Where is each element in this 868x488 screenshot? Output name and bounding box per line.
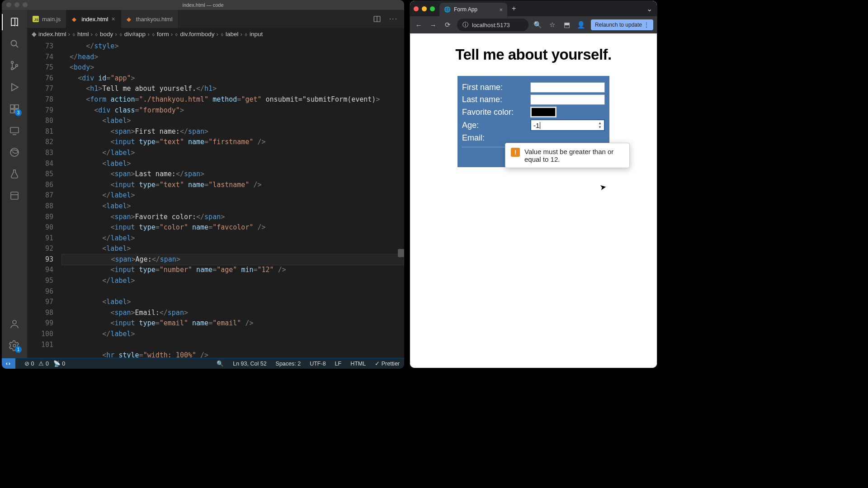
svg-point-4 <box>16 65 18 67</box>
relaunch-button[interactable]: Relaunch to update ⋮ <box>591 19 653 30</box>
tag-icon: ⬨ <box>94 31 98 38</box>
tag-icon: ⬨ <box>72 31 75 38</box>
language-mode[interactable]: HTML <box>350 361 366 367</box>
close-icon[interactable]: × <box>111 15 115 23</box>
extensions-icon[interactable]: 3 <box>9 103 20 115</box>
encoding[interactable]: UTF-8 <box>310 361 326 367</box>
site-info-icon[interactable]: ⓘ <box>462 21 468 29</box>
firstname-label: First name: <box>462 83 527 92</box>
lastname-input[interactable] <box>530 94 605 105</box>
install-icon[interactable]: ⬒ <box>562 21 572 29</box>
svg-point-12 <box>10 148 19 156</box>
text-caret <box>540 122 540 129</box>
svg-point-15 <box>13 320 16 324</box>
svg-rect-9 <box>15 105 19 108</box>
validation-tooltip: ! Value must be greater than or equal to… <box>505 143 630 168</box>
code-content[interactable]: </style> </head> <body> <div id="app"> <… <box>61 40 404 358</box>
js-file-icon: JS <box>33 16 39 22</box>
url-text: localhost:5173 <box>472 22 510 28</box>
eol[interactable]: LF <box>335 361 342 367</box>
tab-thankyouhtml[interactable]: ◆ thankyou.html <box>121 10 179 28</box>
profile-icon[interactable]: 👤 <box>576 21 586 29</box>
explorer-icon[interactable] <box>9 16 20 28</box>
editor-tabs: JS main.js ◆ index.html × ◆ thankyou.htm… <box>27 10 404 28</box>
tab-label: thankyou.html <box>136 16 173 23</box>
chevron-down-icon[interactable]: ⌄ <box>642 5 657 13</box>
tab-mainjs[interactable]: JS main.js <box>27 10 66 28</box>
cursor-position[interactable]: Ln 93, Col 52 <box>233 361 266 367</box>
extensions-badge: 3 <box>15 109 22 116</box>
account-icon[interactable] <box>9 318 20 330</box>
browser-tabstrip: 🌐 Form App × + ⌄ <box>410 1 657 16</box>
traffic-min-icon[interactable] <box>422 6 427 11</box>
form-panel: First name: Last name: Favorite color: A… <box>458 76 609 167</box>
new-tab-button[interactable]: + <box>507 5 520 13</box>
age-label: Age: <box>462 121 527 130</box>
run-debug-icon[interactable] <box>9 81 20 93</box>
traffic-close-icon[interactable] <box>414 6 419 11</box>
email-label: Email: <box>462 133 527 143</box>
settings-icon[interactable]: 1 <box>9 340 20 352</box>
traffic-max-icon[interactable] <box>430 6 435 11</box>
breadcrumbs[interactable]: ◆ index.html› ⬨html› ⬨body› ⬨div#app› ⬨f… <box>27 28 404 40</box>
code-editor[interactable]: 7374757677787980818283848586878889909192… <box>27 40 404 358</box>
html-file-icon: ◆ <box>72 16 78 22</box>
remote-indicator[interactable] <box>2 358 15 369</box>
tab-label: index.html <box>81 16 108 23</box>
page-title: Tell me about yourself. <box>410 46 657 63</box>
formatter[interactable]: ✓ Prettier <box>375 360 400 367</box>
vscode-window: index.html — code 3 <box>2 0 404 369</box>
search-icon[interactable] <box>9 38 20 50</box>
line-gutter: 7374757677787980818283848586878889909192… <box>27 40 61 358</box>
favcolor-input[interactable] <box>530 107 557 117</box>
test-icon[interactable] <box>9 168 20 180</box>
step-up-icon[interactable]: ▲ <box>597 121 603 125</box>
errors-count[interactable]: ⊘ 0 <box>24 360 34 367</box>
page-content: Tell me about yourself. First name: Last… <box>410 33 657 368</box>
age-input[interactable]: -1 ▲▼ <box>530 119 605 131</box>
html-file-icon: ◆ <box>32 30 37 38</box>
edge-icon[interactable] <box>9 146 20 158</box>
svg-rect-6 <box>10 105 14 108</box>
mouse-cursor-icon: ➤ <box>599 182 607 192</box>
globe-icon: 🌐 <box>444 6 451 13</box>
zoom-icon[interactable]: 🔍 <box>217 360 224 367</box>
svg-point-2 <box>11 61 14 64</box>
validation-text: Value must be greater than or equal to 1… <box>524 148 624 163</box>
tab-indexhtml[interactable]: ◆ index.html × <box>66 10 121 28</box>
html-file-icon: ◆ <box>127 16 133 22</box>
bookmark-icon[interactable]: ☆ <box>547 21 557 29</box>
browser-window: 🌐 Form App × + ⌄ ← → ⟳ ⓘ localhost:5173 … <box>410 1 657 368</box>
favcolor-label: Favorite color: <box>462 108 527 117</box>
db-icon[interactable] <box>9 190 20 202</box>
traffic-close-icon[interactable] <box>6 2 11 7</box>
tag-icon: ⬨ <box>119 31 123 38</box>
minimap[interactable] <box>398 43 404 358</box>
source-control-icon[interactable] <box>9 60 20 71</box>
back-button[interactable]: ← <box>414 21 424 29</box>
forward-button[interactable]: → <box>428 21 438 29</box>
step-down-icon[interactable]: ▼ <box>597 125 603 129</box>
svg-line-1 <box>16 45 18 47</box>
more-icon[interactable]: ··· <box>389 15 398 23</box>
reload-button[interactable]: ⟳ <box>443 21 453 29</box>
browser-tab[interactable]: 🌐 Form App × <box>439 3 507 16</box>
ports-count[interactable]: 📡 0 <box>53 360 65 367</box>
address-bar[interactable]: ⓘ localhost:5173 <box>457 19 528 31</box>
svg-marker-5 <box>12 84 18 91</box>
tag-icon: ⬨ <box>175 31 178 38</box>
split-editor-icon[interactable] <box>373 15 381 23</box>
window-title: index.html — code <box>182 2 223 8</box>
close-icon[interactable]: × <box>499 6 503 13</box>
firstname-input[interactable] <box>530 82 605 93</box>
traffic-min-icon[interactable] <box>14 2 19 7</box>
tag-icon: ⬨ <box>220 31 224 38</box>
warnings-count[interactable]: ⚠ 0 <box>38 360 48 367</box>
remote-icon[interactable] <box>9 125 20 136</box>
settings-badge: 1 <box>15 346 22 353</box>
warning-icon: ! <box>511 148 520 157</box>
vscode-titlebar: index.html — code <box>2 0 404 10</box>
zoom-icon[interactable]: 🔍 <box>533 21 543 29</box>
indent-setting[interactable]: Spaces: 2 <box>276 361 301 367</box>
traffic-max-icon[interactable] <box>23 2 28 7</box>
